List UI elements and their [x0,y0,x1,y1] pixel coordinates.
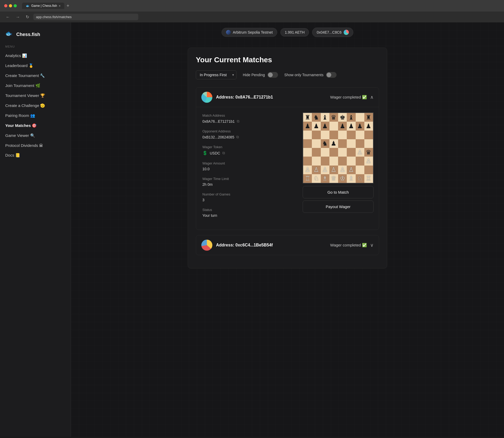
chess-cell [321,157,329,165]
sidebar-item-your-matches[interactable]: Your Matches 🎯 [0,121,71,131]
chess-board: ♜♞♝♛♚♝♜♟♟♟♟♟♟♟♞♟♙♛♙♙♙♙♙♙♙♖♘♗♕♔♗♘♖ [303,112,374,183]
new-tab-button[interactable]: + [65,3,70,9]
address-bar[interactable] [33,14,138,20]
sidebar-item-leaderboard[interactable]: Leaderboard 🥇 [0,61,71,71]
chess-cell: ♔ [338,174,347,183]
chess-cell: ♘ [312,174,321,183]
match-header-2[interactable]: Address: 0xc6C4...1Be5B54f Wager complet… [196,235,379,255]
sidebar-item-game-viewer[interactable]: Game Viewer 🔍 [0,131,71,141]
matches-container: Your Current Matches In Progress First N… [188,48,387,269]
chess-cell [312,157,321,165]
chess-cell: ♙ [347,166,355,174]
chess-cell: ♟ [338,122,347,130]
detail-value-status: Your turn [202,213,296,218]
refresh-button[interactable]: ↻ [24,14,31,20]
chess-cell [303,131,312,139]
match-header-1[interactable]: Address: 0x8A76...E71271b1 Wager complet… [196,87,379,107]
detail-label-opponent-address: Opponent Address [202,129,296,133]
sidebar-item-tournament-viewer[interactable]: Tournament Viewer 🏆 [0,91,71,101]
sidebar-item-create-challenge[interactable]: Create a Challenge 🫡 [0,101,71,111]
active-tab[interactable]: 🐟 Game | Chess.fish ✕ [22,3,64,9]
detail-value-opponent-address: 0xB132...20624085 ⧉ [202,135,296,139]
wallet-balance: 1.991 AETH [285,30,305,34]
app-container: 🐟 Chess.fish MENU Analytics 📊 Leaderboar… [0,22,504,437]
sidebar: 🐟 Chess.fish MENU Analytics 📊 Leaderboar… [0,22,71,437]
chess-cell [364,166,373,174]
match-details-1: Match Address 0x8A76...E71271b1 ⧉ Oppone… [196,107,303,230]
chess-cell: ♟ [347,122,355,130]
show-tournaments-label: Show only Tournaments [284,73,323,77]
sidebar-item-protocol-dividends[interactable]: Protocol Dividends 🏛 [0,141,71,150]
sidebar-item-create-tournament[interactable]: Create Tournament 🔧 [0,71,71,81]
detail-label-wager-amount: Wager Amount [202,161,296,165]
chess-cell: ♜ [303,113,312,122]
sidebar-item-pairing-room[interactable]: Pairing Room 👥 [0,111,71,121]
chess-cell: ♙ [356,148,364,157]
match-header-left-2: Address: 0xc6C4...1Be5B54f [201,240,273,251]
back-button[interactable]: ← [4,14,12,20]
chess-cell [347,157,355,165]
sidebar-logo: 🐟 Chess.fish [0,28,71,45]
chess-cell: ♛ [329,113,338,122]
copy-token-button[interactable]: ⧉ [222,151,225,155]
detail-num-games: Number of Games 3 [202,192,296,202]
hide-pending-label: Hide Pending [243,73,265,77]
detail-label-num-games: Number of Games [202,192,296,196]
sidebar-item-join-tournament[interactable]: Join Tournament 🌿 [0,81,71,91]
chess-cell: ♟ [364,122,373,130]
sidebar-item-label: Your Matches 🎯 [5,123,37,128]
chess-cell [356,113,364,122]
header-bar: Arbitrum Sepolia Testnet 1.991 AETH 0x04… [71,22,504,42]
chess-cell: ♞ [321,139,329,148]
toggle-knob [327,73,331,77]
detail-value-wager-amount: 10.0 [202,167,296,171]
chess-cell: ♙ [364,157,373,165]
tab-close-button[interactable]: ✕ [59,4,61,7]
detail-value-match-address: 0x8A76...E71271b1 ⧉ [202,119,296,123]
chess-cell [338,139,347,148]
forward-button[interactable]: → [14,14,22,20]
chess-cell: ♙ [312,166,321,174]
wallet-balance-badge[interactable]: 1.991 AETH [280,28,309,37]
go-to-match-button[interactable]: Go to Match [303,186,374,198]
browser-titlebar: 🐟 Game | Chess.fish ✕ + [0,0,504,12]
detail-wager-amount: Wager Amount 10.0 [202,161,296,171]
detail-value-num-games: 3 [202,198,296,202]
filter-select[interactable]: In Progress First Newest First Oldest Fi… [196,70,237,79]
wallet-address-badge[interactable]: 0x04E7...C8C6 [312,28,353,37]
chess-cell [329,122,338,130]
match-header-right-2: Wager completed ✅ ∨ [330,242,374,248]
chess-cell: ♗ [347,174,355,183]
chess-cell: ♙ [303,166,312,174]
chess-cell: ♟ [356,122,364,130]
sidebar-item-label: Protocol Dividends 🏛 [5,143,43,148]
detail-label-wager-time-limit: Wager Time Limit [202,177,296,181]
tab-title: Game | Chess.fish [31,4,57,8]
copy-opponent-address-button[interactable]: ⧉ [236,135,239,139]
show-tournaments-toggle[interactable] [326,72,337,78]
chess-cell: ♕ [329,174,338,183]
logo-icon: 🐟 [5,30,14,39]
network-badge[interactable]: Arbitrum Sepolia Testnet [222,28,277,37]
match-header-right: Wager completed ✅ ∧ [330,94,374,100]
detail-value-wager-token: 💲 USDC ⧉ [202,151,296,156]
copy-match-address-button[interactable]: ⧉ [237,119,239,123]
fullscreen-window-button[interactable] [14,4,17,7]
chess-cell [329,157,338,165]
match-actions: Go to Match Payout Wager [303,186,374,218]
chess-cell [303,157,312,165]
chess-cell: ♖ [303,174,312,183]
sidebar-item-label: Docs 📒 [5,153,20,158]
detail-status: Status Your turn [202,208,296,218]
expand-button-2[interactable]: ∨ [370,242,374,248]
chess-cell: ♙ [321,166,329,174]
minimize-window-button[interactable] [9,4,12,7]
sidebar-item-analytics[interactable]: Analytics 📊 [0,51,71,61]
hide-pending-toggle[interactable] [267,72,278,78]
payout-wager-button[interactable]: Payout Wager [303,200,374,213]
close-window-button[interactable] [4,4,7,7]
chess-cell [364,131,373,139]
sidebar-item-docs[interactable]: Docs 📒 [0,150,71,160]
collapse-button-1[interactable]: ∧ [370,94,374,100]
sort-select[interactable]: In Progress First Newest First Oldest Fi… [196,70,237,79]
